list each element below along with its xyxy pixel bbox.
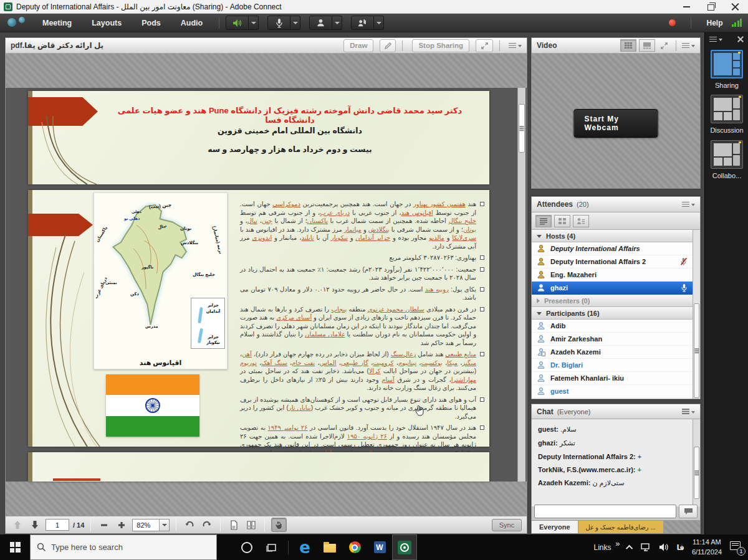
attendees-scrollbar[interactable] (693, 230, 700, 399)
layout-item-discussion[interactable]: Discussion (705, 95, 748, 134)
chat-tab-everyone[interactable]: Everyone (532, 521, 578, 533)
viewer-scrollbar-thumb[interactable] (519, 104, 525, 153)
person-icon (537, 361, 545, 369)
page-number-input[interactable] (46, 519, 69, 531)
attendees-scrollbar-thumb[interactable] (694, 303, 699, 398)
raise-hand-button[interactable] (351, 16, 374, 30)
draw-button[interactable]: Draw (343, 39, 373, 52)
layout-thumbnail-sharing[interactable] (711, 50, 743, 78)
attendee-group-header[interactable]: Hosts (4) (532, 230, 693, 242)
zoom-dropdown-arrow[interactable] (159, 520, 169, 531)
layout-thumbnail-discussion[interactable] (711, 95, 743, 123)
layout-item-collaboration[interactable]: Collabo... (705, 140, 748, 179)
attendee-group-header[interactable]: Presenters (0) (532, 295, 693, 307)
restore-button[interactable] (707, 2, 715, 11)
india-map-shape (105, 202, 199, 342)
volume-icon[interactable] (659, 543, 669, 552)
attendee-status-view-button[interactable] (573, 215, 589, 227)
grid-view-toggle[interactable] (620, 39, 636, 52)
sync-button[interactable]: Sync (492, 519, 522, 531)
zoom-level-select[interactable]: 82% (132, 519, 170, 531)
raise-hand-dropdown[interactable] (374, 16, 384, 30)
attendees-pod-menu[interactable] (682, 202, 695, 206)
attendee-group-header[interactable]: Participants (16) (532, 307, 693, 320)
network-icon[interactable] (640, 543, 651, 552)
zoom-in-button[interactable] (115, 518, 128, 532)
attendee-row[interactable]: guest (532, 385, 693, 398)
connection-status-icon[interactable] (732, 19, 742, 27)
single-page-view-button[interactable] (227, 518, 241, 532)
viewer-scrollbar[interactable] (517, 88, 525, 482)
attendee-row[interactable]: Dr. Biglari (532, 359, 693, 372)
next-page-button[interactable] (28, 518, 42, 532)
previous-page-button[interactable] (11, 518, 24, 532)
attendee-row[interactable]: Fatemeh Khanlari- ikiu (532, 372, 693, 385)
layout-item-sharing[interactable]: Sharing (705, 50, 748, 89)
layout-thumbnail-collaboration[interactable] (711, 140, 743, 169)
taskbar-clock[interactable]: 11:14 AM 6/11/2024 (692, 538, 722, 557)
show-hidden-icons-chevron[interactable] (625, 544, 632, 551)
start-webcam-button[interactable]: Start My Webcam (574, 109, 658, 138)
chat-input[interactable] (534, 505, 676, 518)
attendee-list-view-button[interactable] (535, 215, 552, 227)
cortana-button[interactable] (234, 534, 259, 560)
webcam-button[interactable] (309, 16, 332, 30)
attendee-row[interactable]: Amir Zarkeshan (532, 333, 693, 346)
rotate-right-button[interactable] (200, 518, 214, 532)
attendee-row[interactable]: ghazi (532, 282, 693, 295)
pointer-tool-button[interactable] (380, 39, 396, 52)
speaker-button[interactable] (226, 16, 249, 30)
microphone-icon (275, 18, 284, 28)
minimize-button[interactable] (683, 2, 691, 11)
chat-send-button[interactable] (679, 505, 698, 518)
video-pod-menu[interactable] (682, 44, 695, 47)
attendee-row[interactable]: Adib (532, 320, 693, 333)
action-center-button[interactable]: 1 (729, 541, 743, 554)
language-indicator[interactable]: فا (677, 543, 684, 552)
zoom-out-button[interactable] (97, 518, 111, 532)
slide-arrow-decoration (28, 214, 93, 236)
stop-sharing-button[interactable]: Stop Sharing (412, 39, 469, 52)
rotate-left-button[interactable] (183, 518, 196, 532)
attendee-breakout-view-button[interactable] (554, 215, 570, 227)
menu-audio[interactable]: Audio (171, 14, 213, 32)
microphone-button[interactable] (267, 16, 290, 30)
file-explorer-taskbar-icon[interactable] (317, 534, 342, 560)
menu-pods[interactable]: Pods (132, 14, 171, 32)
links-toolbar[interactable]: Links (593, 543, 620, 552)
menu-layouts[interactable]: Layouts (82, 14, 132, 32)
task-view-button[interactable] (259, 534, 284, 560)
hand-tool-button[interactable] (271, 518, 287, 532)
layout-bar-close-icon[interactable] (737, 36, 744, 42)
taskbar-search[interactable]: Type here to search (30, 534, 217, 560)
chat-tab-private[interactable]: ... رضای‌فاطمه جسک و غل (578, 521, 664, 533)
start-button[interactable] (0, 534, 30, 560)
attendee-row[interactable]: Eng. Mazaheri (532, 268, 693, 282)
document-viewer[interactable]: دکتر سید محمد قاضی دانش آموخته رشته فیزی… (6, 88, 527, 482)
webcam-dropdown[interactable] (332, 16, 342, 30)
layout-bar: Sharing Discussion Collabo... (704, 32, 748, 534)
edge-taskbar-icon[interactable]: e (292, 534, 317, 560)
share-pod-menu[interactable] (509, 44, 522, 47)
menu-meeting[interactable]: Meeting (32, 14, 82, 32)
attendee-row[interactable]: Azadeh Kazemi (532, 346, 693, 359)
word-taskbar-icon[interactable]: W (367, 534, 392, 560)
fullscreen-button[interactable] (476, 39, 493, 52)
filmstrip-view-toggle[interactable] (639, 39, 655, 52)
chat-scrollbar-thumb[interactable] (694, 447, 699, 499)
adobe-connect-taskbar-icon[interactable] (392, 534, 417, 560)
attendee-row[interactable]: Deputy International Affairs 2 (532, 255, 693, 268)
layout-bar-menu[interactable] (709, 37, 722, 41)
microphone-dropdown[interactable] (290, 16, 300, 30)
two-page-view-button[interactable] (244, 518, 258, 532)
chat-scrollbar[interactable] (693, 419, 700, 506)
layout-label: Collabo... (705, 172, 748, 179)
speaker-dropdown[interactable] (249, 16, 259, 30)
help-menu[interactable]: Help (706, 19, 722, 27)
video-fullscreen-button[interactable] (658, 42, 670, 50)
chrome-taskbar-icon[interactable] (342, 534, 367, 560)
attendee-row[interactable]: Deputy International Affairs (532, 242, 693, 255)
status-view-icon (577, 217, 585, 225)
chat-pod-menu[interactable] (682, 410, 695, 414)
close-button[interactable] (731, 2, 739, 11)
